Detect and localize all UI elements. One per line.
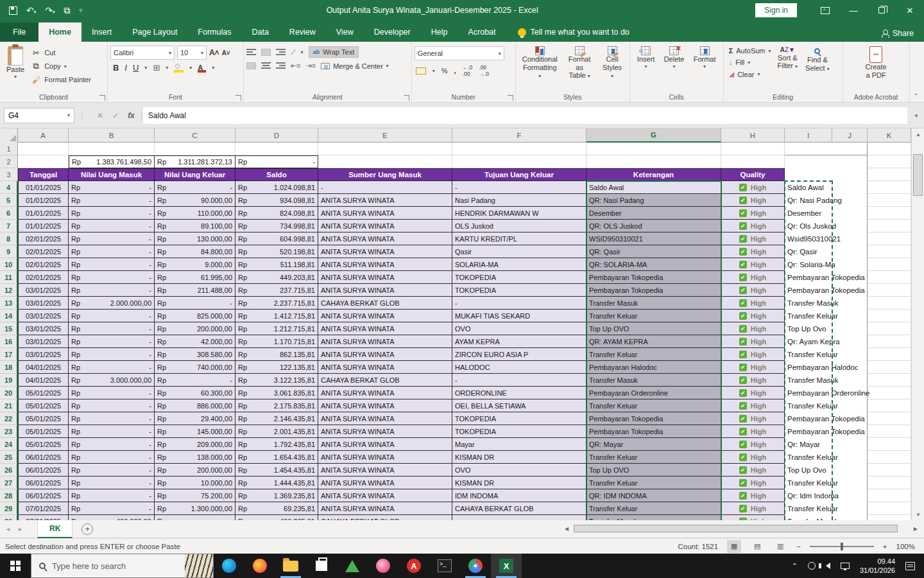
cell[interactable]: 05/01/2025 — [18, 425, 69, 438]
cell[interactable]: HENDRIK DARMAWAN W — [452, 207, 586, 220]
number-format-select[interactable]: General▾ — [415, 46, 504, 60]
column-header-A[interactable]: A — [18, 128, 69, 143]
cell[interactable] — [18, 143, 69, 155]
format-cells-button[interactable]: Format▾ — [690, 44, 720, 92]
copy-button[interactable]: ⧉Copy▾ — [28, 60, 94, 72]
number-dialog-launcher[interactable] — [508, 95, 513, 101]
autosum-button[interactable]: ΣAutoSum▾ — [726, 46, 774, 55]
cell[interactable]: Rp2.146.435,81 — [235, 412, 318, 425]
overflow-cell[interactable]: Pembayaran Tokopedia — [785, 271, 832, 284]
cell[interactable]: Rp308.580,00 — [155, 348, 235, 361]
quality-cell[interactable]: ✔High — [721, 464, 785, 477]
cell[interactable]: 03/01/2025 — [18, 284, 69, 297]
formula-bar-expand-icon[interactable]: ▾ — [909, 112, 924, 119]
cell[interactable]: TOKOPEDIA — [452, 412, 586, 425]
overflow-cell[interactable]: Transfer Keluar — [785, 451, 832, 464]
cell[interactable]: Rp90.000,00 — [155, 194, 235, 207]
overflow-cell[interactable]: Top Up Ovo — [785, 322, 832, 335]
cell[interactable]: ANITA SURYA WINATA — [318, 245, 452, 258]
cell[interactable]: Rp- — [69, 232, 155, 245]
cell[interactable]: HALODOC — [452, 361, 586, 374]
row-header-2[interactable]: 2 — [0, 155, 18, 168]
keterangan-cell[interactable]: QR: Qasir — [586, 245, 721, 258]
cell[interactable]: 01/01/2025 — [18, 181, 69, 194]
normal-view-icon[interactable]: ▦ — [727, 540, 741, 553]
cell[interactable]: Rp42.000,00 — [155, 335, 235, 348]
keterangan-cell[interactable]: QR: AYAM KEPRA — [586, 335, 721, 348]
column-title-1[interactable]: Tanggal — [18, 168, 69, 181]
italic-button[interactable]: I — [124, 63, 127, 73]
increase-font-icon[interactable]: A˄ — [209, 48, 219, 57]
cancel-icon[interactable]: ✕ — [97, 111, 103, 120]
cell[interactable]: Rp520.198,81 — [235, 245, 318, 258]
cell[interactable]: Rp- — [69, 220, 155, 232]
cell[interactable]: Rp- — [69, 399, 155, 412]
cell[interactable]: KISMAN DR — [452, 451, 586, 464]
taskbar-excel-icon[interactable]: X — [491, 554, 522, 578]
tab-data[interactable]: Data — [241, 22, 278, 42]
row-header-6[interactable]: 6 — [0, 207, 18, 220]
cell[interactable]: Rp- — [69, 245, 155, 258]
cell[interactable]: Rp- — [69, 412, 155, 425]
cell[interactable]: 07/01/2025 — [18, 502, 69, 515]
quality-cell[interactable]: ✔High — [721, 387, 785, 399]
cell[interactable]: ANITA SURYA WINATA — [318, 335, 452, 348]
borders-icon[interactable]: ⊞ — [153, 63, 160, 73]
cell[interactable]: Rp- — [69, 502, 155, 515]
horizontal-scroll-thumb[interactable] — [574, 525, 898, 532]
cell[interactable]: Rp130.000,00 — [155, 232, 235, 245]
keterangan-cell[interactable]: QR: IDM INDOMA — [586, 489, 721, 502]
share-button[interactable]: Share — [881, 29, 914, 38]
cell[interactable] — [721, 143, 785, 155]
keterangan-cell[interactable]: Pembayaran Tokopedia — [586, 425, 721, 438]
cell[interactable]: Rp- — [69, 361, 155, 374]
cell[interactable]: Rp- — [69, 438, 155, 451]
top-align-icon[interactable] — [246, 49, 256, 56]
overflow-cell[interactable]: Transfer Keluar — [785, 310, 832, 322]
cell[interactable] — [832, 207, 868, 220]
fill-button[interactable]: ↓Fill▾ — [726, 58, 774, 67]
cell[interactable]: 01/01/2025 — [18, 220, 69, 232]
quality-cell[interactable]: ✔High — [721, 502, 785, 515]
quality-cell[interactable]: ✔High — [721, 438, 785, 451]
cell[interactable]: Rp9.000,00 — [155, 258, 235, 271]
tell-me-box[interactable]: Tell me what you want to do — [518, 28, 629, 42]
keterangan-cell[interactable]: Transfer Masuk — [586, 374, 721, 387]
overflow-cell[interactable]: Transfer Keluar — [785, 399, 832, 412]
cell[interactable] — [18, 155, 69, 168]
overflow-cell[interactable]: Transfer Keluar — [785, 477, 832, 489]
cell[interactable]: CAHAYA BERKAT GLOB — [318, 374, 452, 387]
cell-styles-button[interactable]: CellStyles ▾ — [597, 44, 626, 92]
overflow-cell[interactable]: Qr: Mayar — [785, 438, 832, 451]
cell[interactable] — [832, 181, 868, 194]
cell[interactable]: KARTU KREDIT/PL — [452, 232, 586, 245]
keterangan-cell[interactable]: Transfer Keluar — [586, 477, 721, 489]
taskbar-chrome-icon[interactable] — [460, 554, 491, 578]
cell[interactable]: Mayar — [452, 438, 586, 451]
cell[interactable]: Rp1.412.715,81 — [235, 310, 318, 322]
cell[interactable]: 02/01/2025 — [18, 245, 69, 258]
sort-filter-button[interactable]: AZ▼ Sort &Filter ▾ — [774, 44, 802, 92]
overflow-cell[interactable]: Transfer Masuk — [785, 515, 832, 520]
overflow-cell[interactable]: Qr: Solaria-Ma — [785, 258, 832, 271]
cell[interactable]: 03/01/2025 — [18, 335, 69, 348]
cell[interactable]: Rp- — [69, 194, 155, 207]
cell[interactable]: Rp- — [69, 489, 155, 502]
cell[interactable]: Rp1.024.098,81 — [235, 181, 318, 194]
find-select-button[interactable]: Find &Select ▾ — [801, 44, 834, 92]
taskbar-firefox-icon[interactable] — [244, 554, 275, 578]
decrease-font-icon[interactable]: A˅ — [222, 49, 230, 57]
bottom-align-icon[interactable] — [276, 49, 286, 56]
add-sheet-button[interactable]: + — [81, 523, 93, 535]
cell[interactable]: Rp60.300,00 — [155, 387, 235, 399]
cell[interactable]: Rp740.000,00 — [155, 361, 235, 374]
overflow-cell[interactable]: Wsid950310021 — [785, 232, 832, 245]
taskbar-edge-icon[interactable] — [214, 554, 244, 578]
overflow-cell[interactable]: Pembayaran Halodoc — [785, 361, 832, 374]
undo-icon[interactable]: ↶▾ — [26, 5, 36, 15]
cell[interactable]: Rp3.122.135,81 — [235, 374, 318, 387]
cell[interactable]: Rp- — [155, 515, 235, 520]
cell[interactable]: ANITA SURYA WINATA — [318, 207, 452, 220]
row-header-5[interactable]: 5 — [0, 194, 18, 207]
cell[interactable] — [868, 168, 911, 181]
